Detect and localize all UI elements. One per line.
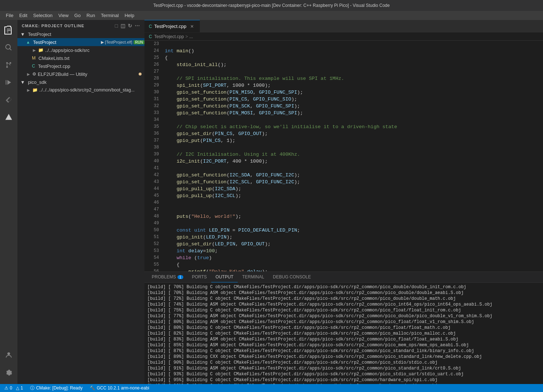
- tree-label: ELF2UF2Build — Utility: [38, 72, 139, 77]
- new-folder-icon[interactable]: ◫: [121, 23, 126, 29]
- menu-item-view[interactable]: View: [56, 12, 72, 19]
- menu-item-run[interactable]: Run: [83, 12, 98, 19]
- build-line: [build] [ 82%] Building C object CMakeFi…: [147, 331, 540, 336]
- cmake-status: CMake: [Debug]: Ready: [36, 385, 82, 391]
- panel-content: [build] [ 70%] Building C object CMakeFi…: [144, 283, 543, 384]
- code-line: gpio_set_dir(LED_PIN, GPIO_OUT);: [165, 241, 543, 248]
- line-number: 36: [147, 130, 159, 137]
- code-line: [165, 199, 543, 206]
- activity-bar: [0, 20, 17, 384]
- menu-item-help[interactable]: Help: [122, 12, 137, 19]
- line-number: 31: [147, 96, 159, 103]
- code-line: spi_init(SPI_PORT, 1000 * 1000);: [165, 82, 543, 89]
- line-number: 25: [147, 54, 159, 61]
- line-number: 53: [147, 248, 159, 254]
- build-line: [build] [ 85%] Building ASM object CMake…: [147, 342, 540, 348]
- refresh-icon[interactable]: ↻: [128, 23, 132, 29]
- status-gcc[interactable]: 🔨 GCC 10.2.1 arm-none-eabi: [88, 385, 151, 391]
- build-line: [build] [ 70%] Building C object CMakeFi…: [147, 284, 540, 290]
- tree-item-testproject-elf[interactable]: ▲ TestProject ▶ [TestProject.elf] RUN: [17, 38, 144, 46]
- status-cmake[interactable]: ⓘ CMake: [Debug]: Ready: [29, 385, 84, 391]
- activity-icon-settings[interactable]: [0, 364, 17, 381]
- tree-label: pico_sdk: [28, 79, 144, 85]
- code-line: puts("Hello, world!");: [165, 213, 543, 220]
- tabs-bar: C TestProject.cpp ✕: [144, 20, 543, 33]
- line-number: 40: [147, 158, 159, 165]
- menu-item-terminal[interactable]: Terminal: [98, 12, 122, 19]
- menu-item-go[interactable]: Go: [72, 12, 83, 19]
- breadcrumb-sep: >: [185, 34, 188, 39]
- line-number: 47: [147, 206, 159, 213]
- activity-icon-run[interactable]: [0, 74, 17, 91]
- tree-item-testproject-root[interactable]: ▼ TestProject: [17, 30, 144, 38]
- activity-icon-source-control[interactable]: [0, 56, 17, 74]
- tab-testproject-cpp[interactable]: C TestProject.cpp ✕: [144, 20, 200, 32]
- line-number: 26: [147, 61, 159, 68]
- tree-item-testprojectcpp[interactable]: C TestProject.cpp: [17, 62, 144, 70]
- code-line: [165, 144, 543, 151]
- panel-tab-debug-console[interactable]: DEBUG CONSOLE: [269, 272, 315, 282]
- line-number: 27: [147, 68, 159, 75]
- panel-tab-ports[interactable]: PORTS: [188, 272, 211, 282]
- activity-icon-cmake[interactable]: [0, 109, 17, 126]
- tree-label: ../../apps/pico-sdk/src: [45, 48, 144, 53]
- chevron-right-icon: ►: [26, 87, 31, 93]
- modified-dot: [139, 73, 142, 75]
- tree-label: ../../../apps/pico-sdk/src/rp2_common/bo…: [39, 87, 144, 93]
- menu-item-file[interactable]: File: [3, 12, 16, 19]
- line-number: 35: [147, 123, 159, 130]
- panel-tab-problems[interactable]: PROBLEMS 1: [147, 272, 188, 282]
- code-line: gpio_pull_up(I2C_SCL);: [165, 192, 543, 199]
- title-bar: TestProject.cpp - vscode-devcontainer-ra…: [0, 0, 543, 11]
- line-number: 29: [147, 82, 159, 89]
- tree-item-elf2uf2[interactable]: ► ⚙ ELF2UF2Build — Utility: [17, 70, 144, 78]
- line-number: 50: [147, 227, 159, 234]
- menu-bar: FileEditSelectionViewGoRunTerminalHelp: [0, 11, 543, 20]
- code-line: // I2C Initialisation. Using it at 400Kh…: [165, 151, 543, 158]
- line-number: 37: [147, 137, 159, 144]
- activity-icon-accounts[interactable]: [0, 346, 17, 364]
- line-number: 46: [147, 199, 159, 206]
- tree-item-pico-sdk-src[interactable]: ► 📁 ../../apps/pico-sdk/src: [17, 46, 144, 54]
- new-file-icon[interactable]: □: [115, 23, 118, 29]
- panel-tab-output[interactable]: OUTPUT: [211, 272, 238, 282]
- activity-icon-search[interactable]: [0, 39, 17, 56]
- activity-icon-extensions[interactable]: [0, 91, 17, 109]
- line-number: 51: [147, 234, 159, 241]
- error-count: 0: [10, 385, 12, 391]
- more-actions-icon[interactable]: ⋯: [135, 23, 140, 29]
- chevron-right-icon: ►: [26, 72, 31, 77]
- run-badge: RUN: [134, 40, 144, 44]
- tree-item-boot-stag[interactable]: ► 📁 ../../../apps/pico-sdk/src/rp2_commo…: [17, 86, 144, 94]
- tree-label: CMakeLists.txt: [38, 56, 144, 61]
- breadcrumb: C TestProject.cpp > ...: [144, 33, 543, 41]
- gcc-label: GCC 10.2.1 arm-none-eabi: [97, 385, 149, 391]
- status-bar: ⚠ 0 △ 1 ⓘ CMake: [Debug]: Ready 🔨 GCC 10…: [0, 384, 543, 392]
- code-line: [165, 206, 543, 213]
- code-line: gpio_set_function(PIN_CS, GPIO_FUNC_SIO)…: [165, 96, 543, 103]
- breadcrumb-icon: C: [149, 34, 152, 39]
- panel-tab-terminal[interactable]: TERMINAL: [238, 272, 269, 282]
- code-content[interactable]: int main(){ stdio_init_all(); // SPI ini…: [162, 41, 543, 271]
- build-line: [build] [ 83%] Building ASM object CMake…: [147, 336, 540, 342]
- folder-icon: 📁: [38, 48, 44, 53]
- sidebar-header: CMAKE: PROJECT OUTLINE □ ◫ ↻ ⋯: [17, 20, 144, 30]
- build-line: [build] [ 87%] Building C object CMakeFi…: [147, 348, 540, 354]
- tree-item-pico-sdk[interactable]: ▼ pico_sdk: [17, 78, 144, 86]
- svg-rect-3: [6, 80, 7, 85]
- line-number: 24: [147, 48, 159, 54]
- line-number: 34: [147, 117, 159, 123]
- menu-item-selection[interactable]: Selection: [30, 12, 55, 19]
- code-editor[interactable]: 2324252627282930313233343536373839404142…: [144, 41, 543, 271]
- activity-icon-explorer[interactable]: [0, 21, 17, 39]
- editor-area: C TestProject.cpp ✕ C TestProject.cpp > …: [144, 20, 543, 384]
- warning-count: 1: [21, 385, 23, 391]
- code-line: [165, 220, 543, 227]
- status-errors[interactable]: ⚠ 0 △ 1: [3, 385, 24, 391]
- panel-tabs: PROBLEMS 1 PORTS OUTPUT TERMINAL DEBUG C…: [144, 272, 543, 283]
- code-line: while (true): [165, 254, 543, 261]
- tree-item-cmakelists[interactable]: M CMakeLists.txt: [17, 54, 144, 62]
- tab-close-button[interactable]: ✕: [189, 23, 195, 30]
- file-tree: ▼ TestProject ▲ TestProject ▶ [TestProje…: [17, 30, 144, 384]
- menu-item-edit[interactable]: Edit: [16, 12, 30, 19]
